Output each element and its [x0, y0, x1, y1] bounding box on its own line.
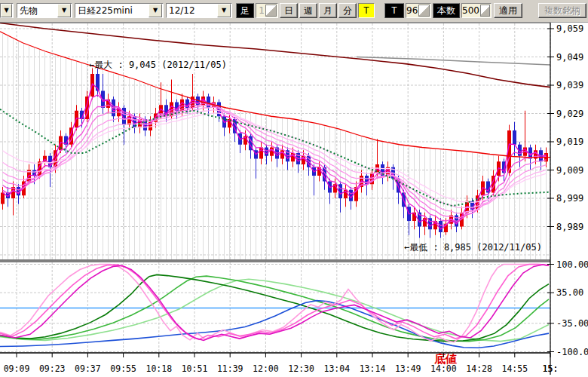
- x-axis-label: 13:04: [323, 363, 350, 374]
- chevron-down-icon[interactable]: ▼: [57, 4, 71, 17]
- t-value: 96: [406, 4, 418, 17]
- candle-down: [101, 74, 105, 114]
- candle-up: [280, 145, 284, 164]
- x-axis-label: 09:09: [4, 363, 30, 374]
- candle-down: [338, 182, 342, 213]
- chart-canvas[interactable]: ←最大 : 9,045 (2012/11/05)←最低 : 8,985 (201…: [0, 0, 588, 377]
- period-day-button[interactable]: 日: [280, 3, 298, 18]
- t-value-spinner[interactable]: 96: [406, 3, 431, 18]
- x-axis-label: 13:49: [395, 363, 421, 374]
- candle-down: [238, 130, 242, 153]
- instrument-type-select[interactable]: 先物 ▼: [17, 3, 72, 18]
- candle-down: [518, 142, 522, 167]
- period-month-button[interactable]: 月: [319, 3, 337, 18]
- oscillator-pink-mid: [0, 265, 549, 340]
- x-axis-label: 09:37: [75, 363, 101, 374]
- multi-symbol-button: 複数銘柄: [538, 3, 586, 18]
- x-axis: 09:0909:2309:3709:5510:1810:5111:3912:00…: [4, 353, 559, 374]
- toolbar: ▼ 先物 ▼ 日経225mini ▼ 12/12 ▼ 足 1 日 週 月 分 T…: [0, 0, 588, 23]
- candle-down: [513, 122, 516, 156]
- bar-type-button[interactable]: 足: [236, 3, 254, 18]
- x-axis-label: 12:00: [253, 363, 279, 374]
- count-value-spinner[interactable]: 500: [461, 3, 492, 18]
- pane-borders: [0, 23, 550, 353]
- bar-count-button[interactable]: 本数: [433, 3, 460, 18]
- clipped-combo[interactable]: ▼: [0, 3, 14, 18]
- candle-up: [11, 182, 15, 216]
- t-period-button[interactable]: T: [384, 3, 404, 18]
- osc-axis-label: -100.00: [556, 347, 588, 357]
- symbol-value: 日経225mini: [75, 4, 148, 17]
- x-axis-label: 10:51: [182, 363, 208, 374]
- interval-spinner[interactable]: 1: [256, 3, 278, 18]
- price-axis-label: 9,039: [556, 80, 583, 90]
- candle-down: [164, 100, 168, 122]
- tick-mode-button[interactable]: T: [358, 3, 375, 18]
- spinner-icon[interactable]: [418, 5, 430, 17]
- candle-up: [344, 184, 348, 207]
- instrument-type-value: 先物: [17, 4, 57, 17]
- price-axis-label: 9,049: [556, 52, 583, 63]
- oscillator-panel: [0, 262, 550, 352]
- main-grid: [0, 23, 550, 259]
- contract-month-select[interactable]: 12/12 ▼: [166, 3, 232, 18]
- max-annotation: ←最大 : 9,045 (2012/11/05): [89, 60, 227, 70]
- trading-chart-window: { "toolbar": { "stub_arrow": "▼", "combo…: [0, 0, 588, 377]
- chevron-down-icon[interactable]: ▼: [1, 4, 12, 17]
- period-week-button[interactable]: 週: [299, 3, 317, 18]
- spinner-icon[interactable]: [265, 5, 277, 17]
- candle-down: [407, 204, 411, 235]
- min-annotation: ←最低 : 8,985 (2012/11/05): [404, 242, 542, 253]
- osc-axis-label: -35.00: [556, 318, 588, 329]
- candle-down: [265, 145, 268, 164]
- bar-slot-lines: [3, 34, 547, 260]
- x-axis-label: 11:39: [217, 363, 243, 374]
- price-axis-label: 8,989: [556, 222, 583, 232]
- symbol-select[interactable]: 日経225mini ▼: [75, 3, 164, 18]
- y-axis: 9,0599,0499,0399,0299,0199,0098,9998,989…: [547, 23, 588, 375]
- x-axis-label: 14:00: [430, 363, 457, 374]
- candle-up: [354, 182, 358, 207]
- price-axis-label: 9,009: [556, 165, 583, 176]
- x-axis-label: 09:23: [39, 363, 66, 374]
- osc-axis-label: 100.00: [556, 259, 588, 270]
- price-axis-label: 9,019: [556, 136, 583, 147]
- spinner-icon[interactable]: [480, 5, 490, 17]
- period-minute-button[interactable]: 分: [338, 3, 357, 18]
- candle-up: [523, 111, 527, 162]
- x-axis-label: 12:30: [288, 363, 314, 374]
- candle-down: [328, 179, 332, 204]
- price-axis-label: 9,059: [556, 23, 583, 34]
- candle-up: [259, 142, 263, 164]
- x-axis-label: 10:18: [145, 363, 172, 374]
- x-axis-label: 13:14: [360, 363, 386, 374]
- chevron-down-icon[interactable]: ▼: [217, 4, 231, 17]
- osc-axis-label: 35.00: [556, 287, 583, 298]
- x-axis-label: 09:55: [110, 363, 136, 374]
- candle-up: [433, 216, 437, 235]
- chevron-down-icon[interactable]: ▼: [149, 4, 162, 17]
- candle-up: [228, 114, 231, 133]
- x-axis-label: 14:55: [501, 363, 528, 374]
- count-value: 500: [462, 4, 480, 17]
- candle-up: [412, 207, 416, 229]
- candle-down: [418, 210, 421, 238]
- oscillator-pink-light: [0, 265, 549, 342]
- ema-ribbon: [3, 84, 547, 228]
- contract-month-value: 12/12: [167, 4, 216, 17]
- x-axis-label: 14:28: [466, 363, 492, 374]
- price-axis-label: 9,029: [556, 109, 583, 119]
- apply-button[interactable]: 適用: [494, 3, 522, 18]
- candle-down: [222, 114, 226, 136]
- annotations: ←最大 : 9,045 (2012/11/05)←最低 : 8,985 (201…: [89, 60, 542, 253]
- price-axis-label: 8,999: [556, 193, 583, 204]
- interval-value: 1: [256, 4, 265, 17]
